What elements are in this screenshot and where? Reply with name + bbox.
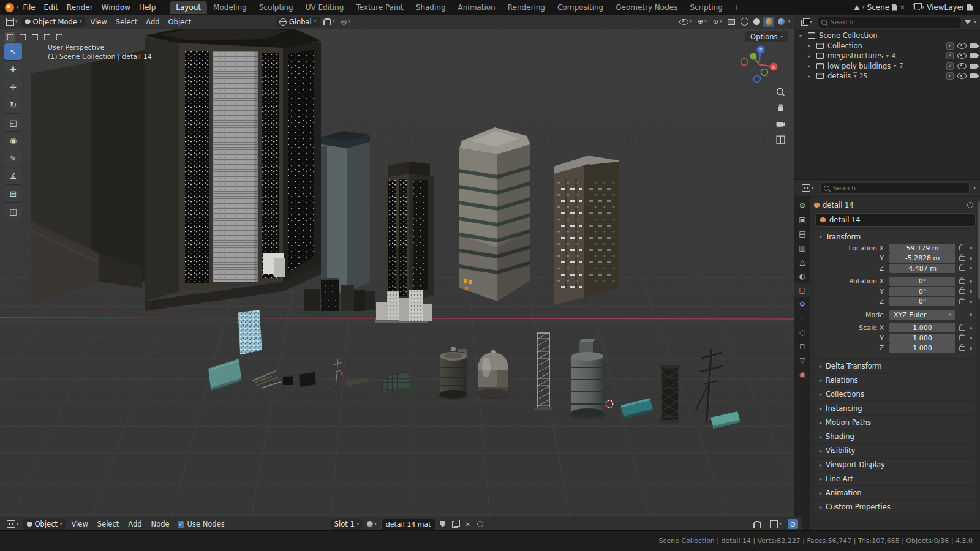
tab-sculpting[interactable]: Sculpting bbox=[253, 1, 300, 14]
scale-x-field[interactable]: 1.000 bbox=[889, 323, 956, 332]
building-slit-tower[interactable] bbox=[554, 156, 619, 305]
animate-dot-icon[interactable] bbox=[970, 327, 972, 329]
menu-render[interactable]: Render bbox=[62, 0, 97, 15]
unlink-material-button[interactable]: ✕ bbox=[462, 521, 472, 528]
outliner-row-megastructures[interactable]: ▸ megastructures ▾ 4 ✓ bbox=[794, 51, 980, 61]
animate-dot-icon[interactable] bbox=[970, 257, 972, 260]
tab-compositing[interactable]: Compositing bbox=[551, 1, 609, 14]
shader-menu-view[interactable]: View bbox=[68, 520, 92, 528]
shader-overlays-toggle[interactable]: ⊙ bbox=[788, 519, 798, 529]
megastructure-tower[interactable] bbox=[145, 21, 321, 311]
vp-menu-add[interactable]: Add bbox=[142, 18, 163, 26]
object-name-field[interactable]: detail 14 bbox=[815, 213, 976, 227]
xray-toggle[interactable] bbox=[725, 19, 737, 25]
animate-dot-icon[interactable] bbox=[970, 247, 972, 249]
editor-type-button[interactable]: ▾ bbox=[4, 18, 20, 26]
disclosure-icon[interactable]: ▸ bbox=[808, 73, 813, 79]
hide-eye-icon[interactable] bbox=[957, 43, 967, 49]
shader-snap-dropdown[interactable]: ▾ bbox=[767, 520, 784, 528]
outliner-row-low-poly-buildings[interactable]: ▸ low poly buildings ▾ 7 ✓ bbox=[794, 61, 980, 72]
material-browse-button[interactable]: ▾ bbox=[364, 521, 379, 527]
section-custom-properties[interactable]: ▸Custom Properties bbox=[815, 501, 976, 513]
new-scene-icon[interactable] bbox=[892, 4, 897, 11]
visibility-dropdown[interactable]: ▾ bbox=[677, 19, 695, 25]
scale-y-field[interactable]: 1.000 bbox=[889, 334, 956, 343]
pan-hand-icon[interactable] bbox=[775, 103, 786, 113]
slot-dropdown[interactable]: Slot 1 ▾ bbox=[331, 519, 363, 530]
tab-view-layer[interactable]: ▥ bbox=[794, 241, 810, 255]
row-label[interactable]: megastructures bbox=[827, 51, 883, 60]
scale-z-field[interactable]: 1.000 bbox=[889, 343, 956, 353]
options-button[interactable]: Options ▾ bbox=[745, 31, 788, 42]
detail-tank-1[interactable] bbox=[440, 347, 467, 399]
hide-eye-icon[interactable] bbox=[957, 63, 967, 69]
viewport-3d[interactable]: ▾ Object Mode ▾ View Select Add Object G… bbox=[0, 15, 794, 517]
orientation-dropdown[interactable]: Global ▾ bbox=[276, 17, 320, 27]
tool-add-cube[interactable]: ⊞ bbox=[4, 186, 22, 202]
orthographic-toggle-icon[interactable] bbox=[775, 135, 786, 145]
rotation-x-field[interactable]: 0° bbox=[889, 277, 956, 286]
shader-menu-node[interactable]: Node bbox=[148, 520, 173, 528]
vp-menu-object[interactable]: Object bbox=[165, 18, 195, 26]
snap-toggle[interactable]: ▾ bbox=[321, 18, 337, 25]
tool-annotate[interactable]: ✎ bbox=[4, 150, 22, 167]
render-visibility-icon[interactable] bbox=[970, 53, 977, 58]
gizmo-x-neg[interactable] bbox=[741, 59, 748, 66]
tab-animation[interactable]: Animation bbox=[452, 1, 502, 14]
gizmo-z-neg[interactable] bbox=[754, 76, 761, 83]
render-visibility-icon[interactable] bbox=[970, 73, 977, 78]
section-motion-paths[interactable]: ▸Motion Paths bbox=[815, 416, 976, 429]
shading-wireframe-button[interactable] bbox=[739, 17, 750, 27]
unlink-scene-icon[interactable]: ✕ bbox=[900, 4, 905, 11]
exclude-checkbox[interactable]: ✓ bbox=[946, 72, 954, 80]
navigation-gizmo[interactable]: Z X bbox=[739, 44, 779, 84]
use-nodes-checkbox[interactable]: ✓ Use Nodes bbox=[178, 520, 225, 528]
tab-particles[interactable]: ∴ bbox=[794, 311, 810, 325]
shader-editor-type-button[interactable]: ▾ bbox=[4, 520, 21, 528]
outliner-editor-type-button[interactable]: ▾ bbox=[799, 20, 815, 26]
breadcrumb-label[interactable]: detail 14 bbox=[823, 201, 854, 209]
tab-tool[interactable]: ⚙ bbox=[794, 198, 810, 212]
tab-material[interactable]: ◉ bbox=[794, 367, 810, 381]
backdrop-structure[interactable] bbox=[31, 50, 145, 305]
animate-dot-icon[interactable] bbox=[970, 280, 972, 283]
outliner-search-input[interactable] bbox=[829, 18, 959, 27]
section-instancing[interactable]: ▸Instancing bbox=[815, 402, 976, 414]
shading-rendered-button[interactable] bbox=[775, 17, 786, 27]
outliner-row-collection[interactable]: ▸ Collection ✓ bbox=[794, 41, 980, 51]
shader-type-dropdown[interactable]: Object ▾ bbox=[23, 519, 66, 530]
tab-world[interactable]: ◐ bbox=[794, 269, 810, 283]
properties-search-input[interactable] bbox=[832, 184, 967, 193]
tab-data[interactable]: ▽ bbox=[794, 353, 810, 367]
zoom-icon[interactable] bbox=[775, 87, 786, 97]
row-label[interactable]: Scene Collection bbox=[819, 31, 878, 40]
tab-render[interactable]: ▣ bbox=[794, 212, 810, 227]
tab-object[interactable]: ▢ bbox=[794, 283, 810, 297]
fake-user-button[interactable] bbox=[437, 521, 448, 527]
detail-lattice-mast[interactable] bbox=[534, 333, 552, 410]
disclosure-icon[interactable]: ▾ bbox=[799, 33, 805, 39]
gizmo-y-neg[interactable] bbox=[761, 69, 768, 76]
add-workspace-button[interactable]: + bbox=[729, 1, 744, 13]
vp-menu-select[interactable]: Select bbox=[112, 18, 141, 26]
render-visibility-icon[interactable] bbox=[970, 64, 977, 69]
tool-select-box[interactable]: ↖ bbox=[4, 43, 22, 60]
disclosure-icon[interactable]: ▸ bbox=[808, 53, 813, 59]
viewlayer-selector[interactable]: ▾ ViewLayer bbox=[913, 3, 973, 12]
outliner-row-scene-collection[interactable]: ▾ Scene Collection bbox=[794, 31, 980, 41]
lock-icon[interactable] bbox=[959, 326, 965, 331]
building-teal-tower[interactable] bbox=[321, 131, 370, 295]
lock-icon[interactable] bbox=[959, 266, 965, 271]
section-line-art[interactable]: ▸Line Art bbox=[815, 473, 976, 485]
tool-transform[interactable]: ◉ bbox=[4, 132, 22, 149]
animate-dot-icon[interactable] bbox=[970, 267, 972, 269]
viewlayer-chevron-icon[interactable]: ▾ bbox=[922, 6, 925, 10]
animate-dot-icon[interactable] bbox=[970, 290, 972, 293]
tab-physics[interactable]: ◌ bbox=[794, 325, 810, 339]
lock-icon[interactable] bbox=[959, 346, 965, 351]
filter-chevron-icon[interactable]: ▾ bbox=[974, 20, 976, 24]
lock-icon[interactable] bbox=[959, 279, 965, 284]
vp-menu-view[interactable]: View bbox=[86, 18, 110, 26]
shading-material-button[interactable] bbox=[763, 17, 774, 27]
tool-scale[interactable]: ◱ bbox=[4, 114, 22, 131]
